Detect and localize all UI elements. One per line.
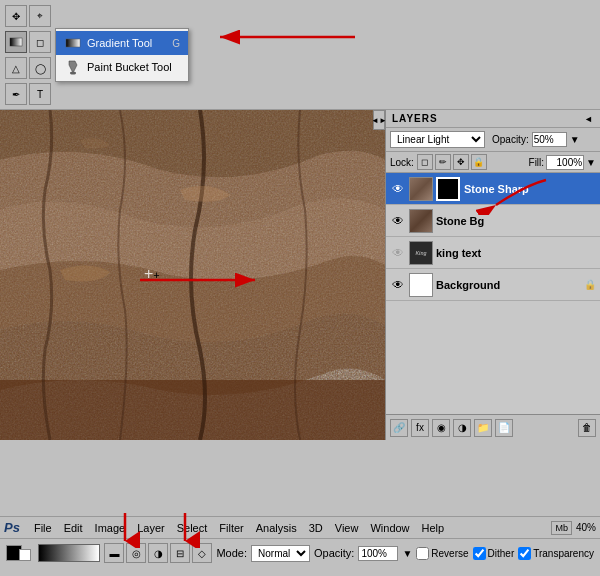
- gradient-tool-label: Gradient Tool: [87, 37, 152, 49]
- text-tool-btn[interactable]: T: [29, 83, 51, 105]
- blend-mode-select[interactable]: Linear Light: [390, 131, 485, 148]
- visibility-king-text[interactable]: 👁: [390, 245, 406, 261]
- ps-logo: Ps: [4, 520, 20, 535]
- layer-item-king-text[interactable]: 👁 King king text: [386, 237, 600, 269]
- gradient-tool-popup-item[interactable]: Gradient Tool G: [56, 31, 188, 55]
- gradient-shortcut: G: [172, 38, 180, 49]
- layers-panel: LAYERS ◄ Linear Light Opacity: ▼ Lock: ◻…: [385, 110, 600, 440]
- layer-thumb-stone-sharp: [409, 177, 433, 201]
- visibility-stone-bg[interactable]: 👁: [390, 213, 406, 229]
- gradient-popup-icon: [64, 34, 82, 52]
- tool-row-4: ✒ T: [4, 82, 55, 106]
- canvas[interactable]: +: [0, 110, 385, 440]
- mode-label: Mode:: [216, 547, 247, 559]
- bottom-arrow-left: [110, 513, 140, 548]
- new-group-btn[interactable]: 📁: [474, 419, 492, 437]
- visibility-stone-sharp[interactable]: 👁: [390, 181, 406, 197]
- menubar: Ps File Edit Image Layer Select Filter A…: [0, 517, 600, 539]
- dither-checkbox-label: Dither: [473, 547, 515, 560]
- tool-row-3: △ ◯: [4, 56, 55, 80]
- layer-name-king: king text: [436, 247, 596, 259]
- layer-item-background[interactable]: 👁 Background 🔒: [386, 269, 600, 301]
- lock-image-btn[interactable]: ✏: [435, 154, 451, 170]
- svg-rect-8: [0, 380, 385, 440]
- arrow-to-popup: [200, 22, 360, 52]
- dither-checkbox[interactable]: [473, 547, 486, 560]
- fill-input[interactable]: [546, 155, 584, 170]
- layer-thumb-stone-bg: [409, 209, 433, 233]
- layers-collapse-icon[interactable]: ◄: [584, 114, 594, 124]
- menu-3d[interactable]: 3D: [303, 520, 329, 536]
- delete-layer-btn[interactable]: 🗑: [578, 419, 596, 437]
- reverse-checkbox-label: Reverse: [416, 547, 468, 560]
- menu-right: Mb 40%: [551, 521, 596, 535]
- eraser-tool-btn[interactable]: ◻: [29, 31, 51, 53]
- arrow-to-stone-bg: [466, 175, 556, 215]
- angle-gradient-btn[interactable]: ◑: [148, 543, 168, 563]
- add-mask-btn[interactable]: ◉: [432, 419, 450, 437]
- background-lock-icon: 🔒: [584, 279, 596, 290]
- move-tool-btn[interactable]: ✥: [5, 5, 27, 27]
- lock-label: Lock:: [390, 157, 414, 168]
- main-canvas-area: +: [0, 110, 385, 440]
- color-swatches: [6, 545, 31, 561]
- opacity-arrow-icon[interactable]: ▼: [570, 134, 580, 145]
- layers-blend-row: Linear Light Opacity: ▼: [386, 128, 600, 152]
- options-opacity-label: Opacity:: [314, 547, 354, 559]
- fill-section: Fill: ▼: [529, 155, 596, 170]
- options-opacity-input[interactable]: [358, 546, 398, 561]
- link-layers-btn[interactable]: 🔗: [390, 419, 408, 437]
- layer-mask-stone-sharp: [436, 177, 460, 201]
- paint-bucket-label: Paint Bucket Tool: [87, 61, 172, 73]
- options-bar: ▬ ◎ ◑ ⊟ ◇ Mode: Normal Opacity: ▼ Revers…: [0, 539, 600, 567]
- options-opacity-arrow[interactable]: ▼: [402, 548, 412, 559]
- reverse-label: Reverse: [431, 548, 468, 559]
- new-adjustment-btn[interactable]: ◑: [453, 419, 471, 437]
- opacity-label: Opacity:: [492, 134, 529, 145]
- menu-filter[interactable]: Filter: [213, 520, 249, 536]
- paint-tool-btn[interactable]: △: [5, 57, 27, 79]
- menu-view[interactable]: View: [329, 520, 365, 536]
- transparency-checkbox-label: Transparency: [518, 547, 594, 560]
- pen-tool-btn[interactable]: ✒: [5, 83, 27, 105]
- lasso-tool-btn[interactable]: ⌖: [29, 5, 51, 27]
- panel-collapse-handle[interactable]: ◄►: [373, 110, 385, 130]
- bottom-arrow-right: [170, 513, 200, 548]
- menu-file[interactable]: File: [28, 520, 58, 536]
- visibility-background[interactable]: 👁: [390, 277, 406, 293]
- gradient-tool-btn[interactable]: [5, 31, 27, 53]
- lock-position-btn[interactable]: ✥: [453, 154, 469, 170]
- lock-all-btn[interactable]: 🔒: [471, 154, 487, 170]
- mode-select[interactable]: Normal: [251, 545, 310, 562]
- dodge-tool-btn[interactable]: ◯: [29, 57, 51, 79]
- svg-marker-2: [69, 61, 77, 73]
- transparency-label: Transparency: [533, 548, 594, 559]
- menu-edit[interactable]: Edit: [58, 520, 89, 536]
- layers-title: LAYERS: [392, 113, 438, 124]
- gradient-preview[interactable]: [38, 544, 100, 562]
- background-color[interactable]: [19, 549, 31, 561]
- layers-bottom-bar: 🔗 fx ◉ ◑ 📁 📄 🗑: [386, 414, 600, 440]
- paint-bucket-popup-icon: [64, 58, 82, 76]
- layer-thumb-background: [409, 273, 433, 297]
- menu-help[interactable]: Help: [416, 520, 451, 536]
- paint-bucket-popup-item[interactable]: Paint Bucket Tool: [56, 55, 188, 79]
- transparency-checkbox[interactable]: [518, 547, 531, 560]
- top-toolbar: ✥ ⌖ ◻ △ ◯ ✒ T: [0, 0, 600, 110]
- menu-window[interactable]: Window: [364, 520, 415, 536]
- add-style-btn[interactable]: fx: [411, 419, 429, 437]
- opacity-input[interactable]: [532, 132, 567, 147]
- layers-lock-row: Lock: ◻ ✏ ✥ 🔒 Fill: ▼: [386, 152, 600, 173]
- fill-arrow-icon[interactable]: ▼: [586, 157, 596, 168]
- left-toolbox: ✥ ⌖ ◻ △ ◯ ✒ T: [2, 2, 57, 110]
- layer-name-background: Background: [436, 279, 584, 291]
- layer-thumb-king: King: [409, 241, 433, 265]
- lock-icons-group: ◻ ✏ ✥ 🔒: [417, 154, 487, 170]
- dither-label: Dither: [488, 548, 515, 559]
- layers-panel-header: LAYERS ◄: [386, 110, 600, 128]
- menu-analysis[interactable]: Analysis: [250, 520, 303, 536]
- lock-transparent-btn[interactable]: ◻: [417, 154, 433, 170]
- zoom-level: 40%: [576, 522, 596, 533]
- reverse-checkbox[interactable]: [416, 547, 429, 560]
- new-layer-btn[interactable]: 📄: [495, 419, 513, 437]
